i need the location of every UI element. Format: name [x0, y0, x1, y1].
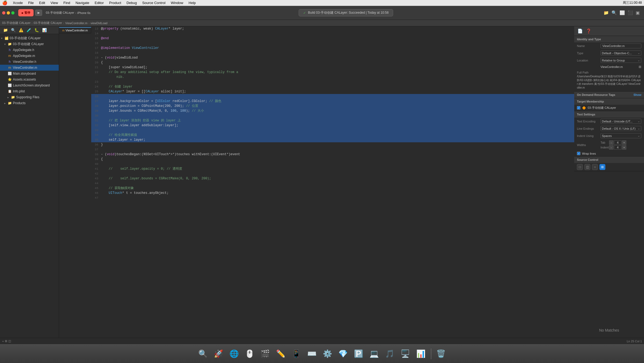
breadcrumb-item-2[interactable]: 03-手动创建 CALayer: [34, 21, 62, 25]
sidebar-btn-issue[interactable]: ⚠️: [18, 27, 24, 33]
menu-help[interactable]: Help: [188, 1, 197, 5]
sc-icon-1[interactable]: □: [577, 164, 583, 170]
menu-view[interactable]: View: [49, 1, 59, 5]
type-select[interactable]: Default - Objective-C... ⌄: [601, 50, 641, 56]
layout1-icon[interactable]: ⬜: [619, 10, 626, 16]
maximize-button[interactable]: [11, 11, 14, 14]
line-endings-row: Line Endings Default - OS X / Unix (LF) …: [574, 125, 644, 132]
dock-item-notes[interactable]: ✏️: [274, 347, 288, 361]
code-editor[interactable]: 13 @property (nonatomic, weak) CALayer* …: [91, 26, 574, 338]
reveal-icon[interactable]: ⊞: [639, 65, 641, 69]
sidebar-item-sub[interactable]: ▾ 📁 03-手动创建 CALayer: [0, 41, 59, 47]
tab-decrease-btn[interactable]: -: [609, 140, 613, 145]
show-button[interactable]: Show: [634, 93, 641, 96]
sidebar-item-viewcontroller-h[interactable]: h ViewController.h: [0, 59, 59, 65]
device-separator: ›: [75, 11, 76, 14]
menu-editor[interactable]: Editor: [94, 1, 105, 5]
dock-item-code[interactable]: 💻: [368, 347, 381, 361]
breadcrumb-item-3[interactable]: ViewController.m: [65, 21, 87, 25]
sc-icon-2[interactable]: ◫: [584, 164, 590, 170]
sidebar-label-viewcontroller-m: ViewController.m: [13, 66, 37, 70]
sc-icon-4[interactable]: ⊞: [599, 164, 605, 170]
encoding-select[interactable]: Default - Unicode (UT... ⌄: [601, 119, 641, 124]
wrap-lines-checkbox[interactable]: ✓: [577, 152, 580, 155]
dock-item-mouse[interactable]: 🖱️: [243, 347, 257, 361]
sidebar-item-viewcontroller-m[interactable]: m ViewController.m: [0, 65, 59, 71]
identity-location-row: Location Relative to Group ⌄: [574, 57, 644, 64]
folder-icon-products: 📁: [8, 101, 12, 105]
sidebar-item-root[interactable]: ▾ 🗂️ 03-手动创建 CALayer: [0, 35, 59, 41]
line-endings-select[interactable]: Default - OS X / Unix (LF) ⌄: [601, 126, 641, 131]
tab-increase-btn[interactable]: +: [622, 140, 626, 145]
sidebar-item-products[interactable]: ▸ 📁 Products: [0, 100, 59, 106]
code-line-16: 16: [91, 41, 574, 46]
wrap-check-icon: ✓: [578, 152, 580, 155]
menu-file[interactable]: File: [27, 1, 35, 5]
apple-menu[interactable]: 🍎: [2, 0, 8, 5]
menu-source-control[interactable]: Source Control: [141, 1, 167, 5]
name-input[interactable]: [601, 43, 641, 48]
folder-icon[interactable]: 📁: [602, 10, 610, 16]
run-button[interactable]: ▶: [35, 10, 42, 16]
inspector-icon[interactable]: 🔍: [610, 10, 618, 16]
sidebar-item-appdelegate-m[interactable]: m AppDelegate.m: [0, 53, 59, 59]
sidebar-label-assets: Assets.xcassets: [13, 78, 36, 81]
sidebar-item-info-plist[interactable]: 📋 Info.plist: [0, 88, 59, 94]
dock-item-video[interactable]: 🎬: [259, 347, 272, 361]
dock-item-powerpoint[interactable]: 🅿️: [352, 347, 365, 361]
sidebar-item-launch[interactable]: ⬜ LaunchScreen.storyboard: [0, 82, 59, 88]
dock-item-settings[interactable]: ⚙️: [321, 347, 334, 361]
dock-item-iphone[interactable]: 📱: [290, 347, 303, 361]
wrap-lines-label: Wrap lines: [582, 152, 596, 155]
breadcrumb-item-1[interactable]: 03-手动创建 CALayer: [2, 21, 31, 25]
bottom-view-icon-2[interactable]: ◫: [8, 339, 11, 343]
dock-item-screen[interactable]: 🖥️: [399, 347, 412, 361]
layout3-icon[interactable]: ▣: [635, 10, 641, 16]
text-settings-section: Text Settings Text Encoding Default - Un…: [574, 111, 644, 157]
target-checkbox[interactable]: ✓: [577, 106, 580, 110]
sidebar-item-appdelegate-h[interactable]: h AppDelegate.h: [0, 47, 59, 53]
breadcrumb-item-4[interactable]: viewDidLoad: [91, 21, 108, 25]
code-line-36: 36 }: [91, 142, 574, 147]
menubar-right: 周三11:00:48: [623, 1, 642, 5]
sidebar-btn-search[interactable]: 🔍: [10, 27, 17, 33]
indent-using-select[interactable]: Spaces ⌄: [601, 133, 641, 138]
sidebar-item-main-storyboard[interactable]: ⬜ Main.storyboard: [0, 71, 59, 77]
menu-edit[interactable]: Edit: [38, 1, 46, 5]
dock-item-sketch[interactable]: 💎: [336, 347, 350, 361]
sidebar-item-assets[interactable]: ⭐ Assets.xcassets: [0, 77, 59, 82]
dock-item-finder[interactable]: 🔍: [196, 347, 210, 361]
dock-item-music[interactable]: 🎵: [383, 347, 397, 361]
menu-navigate[interactable]: Navigate: [74, 1, 90, 5]
sidebar-btn-debug[interactable]: 🐛: [33, 27, 40, 33]
right-panel-top-icons: 📄 ❓: [574, 26, 644, 36]
menu-find[interactable]: Find: [62, 1, 71, 5]
quick-help-icon[interactable]: ❓: [586, 28, 592, 34]
minimize-button[interactable]: [7, 11, 10, 14]
dock-item-stats[interactable]: 📊: [414, 347, 428, 361]
tab-viewcontroller-m[interactable]: m ViewController.m: [59, 27, 91, 33]
dock-item-trash[interactable]: 🗑️: [434, 347, 448, 361]
sidebar-btn-report[interactable]: 📊: [41, 27, 48, 33]
layout2-icon[interactable]: ⬛: [627, 10, 634, 16]
indent-decrease-btn[interactable]: -: [609, 145, 613, 150]
sc-icon-3[interactable]: ○: [592, 164, 598, 170]
sidebar-btn-test[interactable]: 🧪: [25, 27, 32, 33]
dock-item-safari[interactable]: 🌐: [228, 347, 241, 361]
close-button[interactable]: [2, 11, 5, 14]
sidebar-tree: ▾ 🗂️ 03-手动创建 CALayer ▾ 📁 03-手动创建 CALayer…: [0, 34, 59, 338]
stop-button[interactable]: ■ 暂停: [18, 9, 34, 16]
sidebar-item-supporting[interactable]: ▸ 📁 Supporting Files: [0, 94, 59, 100]
sidebar-btn-folder[interactable]: 📁: [2, 27, 9, 33]
dock-item-launchpad[interactable]: 🚀: [212, 347, 225, 361]
indent-increase-btn[interactable]: +: [622, 145, 626, 150]
menu-debug[interactable]: Debug: [126, 1, 138, 5]
bottom-view-icon-1[interactable]: ⊞: [5, 339, 7, 343]
menu-product[interactable]: Product: [108, 1, 122, 5]
add-file-btn[interactable]: +: [2, 340, 4, 343]
menu-xcode[interactable]: Xcode: [12, 1, 24, 5]
menu-window[interactable]: Window: [170, 1, 184, 5]
location-select[interactable]: Relative to Group ⌄: [601, 58, 641, 63]
file-inspector-icon[interactable]: 📄: [577, 28, 583, 34]
dock-item-terminal[interactable]: ⌨️: [305, 347, 319, 361]
